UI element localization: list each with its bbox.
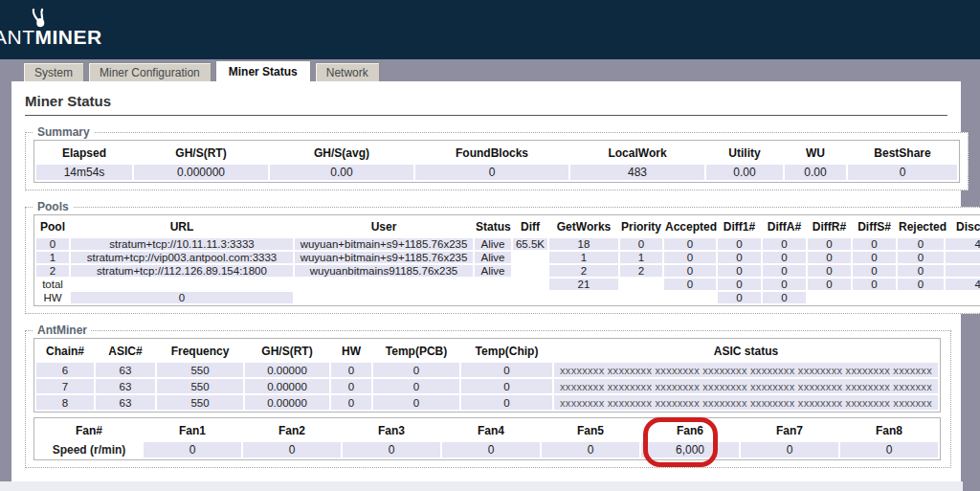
col-header: Pool xyxy=(36,217,69,236)
col-header: Fan5 xyxy=(542,420,639,440)
cell: 0.00 xyxy=(706,165,783,180)
cell: 0.00 xyxy=(270,165,413,180)
tabs: SystemMiner ConfigurationMiner StatusNet… xyxy=(23,60,380,81)
cell: 6 xyxy=(36,363,94,377)
table-row: 0stratum+tcp://10.11.11.3:3333wuyuan+bit… xyxy=(36,238,980,250)
content-panel: Miner Status Summary ElapsedGH/S(RT)GH/S… xyxy=(11,81,961,481)
cell: 464 xyxy=(946,279,980,290)
cell: 0 xyxy=(718,279,761,290)
cell: 0 xyxy=(373,395,459,410)
pools-legend: Pools xyxy=(33,200,73,213)
cell: 0 xyxy=(331,395,371,410)
col-header: Frequency xyxy=(157,341,243,361)
cell: HW xyxy=(36,292,69,303)
cell xyxy=(620,292,662,303)
cell: 0 xyxy=(853,279,896,290)
cell: 0.00000 xyxy=(245,363,329,377)
antminer-section: AntMiner Chain#ASIC#FrequencyGH/S(RT)HWT… xyxy=(25,324,951,468)
cell: 0 xyxy=(664,279,716,290)
cell: 0 xyxy=(718,252,761,263)
cell: 0 xyxy=(243,442,341,458)
cell: 0 xyxy=(461,363,552,377)
col-header: LocalWork xyxy=(570,143,704,163)
cell: 0 xyxy=(542,442,639,458)
pools-table: PoolURLUserStatusDiffGetWorksPriorityAcc… xyxy=(33,214,980,306)
logo-text-light: ANT xyxy=(0,26,35,48)
cell xyxy=(513,252,547,263)
col-header: Diff1# xyxy=(718,217,761,236)
tab-system[interactable]: System xyxy=(23,62,84,81)
cell: 0 xyxy=(415,165,568,180)
cell: 483 xyxy=(570,165,704,180)
col-header: Accepted xyxy=(664,217,716,236)
cell: 2 xyxy=(36,265,69,277)
col-header: HW xyxy=(331,341,371,361)
cell: 0 xyxy=(442,442,540,458)
col-header: ASIC status xyxy=(554,341,938,361)
cell: 0 xyxy=(36,238,69,250)
col-header: Chain# xyxy=(36,341,94,361)
cell: 0 xyxy=(664,265,716,277)
summary-section: Summary ElapsedGH/S(RT)GH/S(avg)FoundBlo… xyxy=(25,125,969,190)
table-row: 7635500.00000000xxxxxxxx xxxxxxxx xxxxxx… xyxy=(36,379,938,393)
tab-miner-status[interactable]: Miner Status xyxy=(215,60,311,81)
cell: 0 xyxy=(763,292,806,303)
col-header: Fan8 xyxy=(840,420,938,440)
cell: 1 xyxy=(549,252,618,263)
col-header: GH/S(avg) xyxy=(270,143,413,163)
cell: 0 xyxy=(461,395,552,410)
antminer-logo: ANTMINER xyxy=(0,26,102,49)
cell: Speed (r/min) xyxy=(36,442,142,458)
col-header: GH/S(RT) xyxy=(245,341,329,361)
cell: 0 xyxy=(853,265,896,277)
brand-header: ANTMINER xyxy=(0,0,980,59)
antminer-legend: AntMiner xyxy=(33,324,91,337)
cell: xxxxxxxx xxxxxxxx xxxxxxxx xxxxxxxx xxxx… xyxy=(554,363,938,377)
cell: 63 xyxy=(96,363,155,377)
cell: xxxxxxxx xxxxxxxx xxxxxxxx xxxxxxxx xxxx… xyxy=(554,395,938,410)
cell xyxy=(295,279,473,290)
col-header: Fan7 xyxy=(741,420,838,440)
cell: 0 xyxy=(763,279,806,290)
cell: 0 xyxy=(373,379,459,393)
table-row: 8635500.00000000xxxxxxxx xxxxxxxx xxxxxx… xyxy=(36,395,938,410)
cell: 0 xyxy=(853,252,896,263)
col-header: DiffA# xyxy=(763,217,806,236)
tab-miner-configuration[interactable]: Miner Configuration xyxy=(88,62,212,81)
tab-network[interactable]: Network xyxy=(315,62,380,81)
page-title: Miner Status xyxy=(25,93,961,109)
cell xyxy=(620,279,662,290)
col-header: Elapsed xyxy=(36,143,132,163)
cell: Alive xyxy=(475,265,511,277)
cell: 18 xyxy=(549,238,618,250)
cell: 0 xyxy=(898,238,944,250)
cell: 0 xyxy=(840,442,938,458)
cell: 0 xyxy=(664,252,716,263)
cell: 6,000 xyxy=(641,442,739,458)
col-header: User xyxy=(295,217,473,236)
cell: 0 xyxy=(620,238,662,250)
cell: 0 xyxy=(946,252,980,263)
tab-bar: SystemMiner ConfigurationMiner StatusNet… xyxy=(0,59,980,81)
cell: 0 xyxy=(808,279,851,290)
cell: 0 xyxy=(808,238,851,250)
table-row: 6635500.00000000xxxxxxxx xxxxxxxx xxxxxx… xyxy=(36,363,938,377)
cell: 464 xyxy=(946,238,980,250)
cell: 0 xyxy=(331,363,371,377)
chains-table: Chain#ASIC#FrequencyGH/S(RT)HWTemp(PCB)T… xyxy=(33,338,941,413)
pools-section: Pools PoolURLUserStatusDiffGetWorksPrior… xyxy=(25,200,980,314)
col-header: URL xyxy=(71,217,293,236)
cell: 0 xyxy=(853,238,896,250)
title-divider xyxy=(25,115,947,116)
col-header: Priority xyxy=(620,217,662,236)
col-header: Utility xyxy=(706,143,783,163)
cell: 63 xyxy=(96,395,155,410)
cell: 0 xyxy=(741,442,838,458)
summary-header-row: ElapsedGH/S(RT)GH/S(avg)FoundBlocksLocal… xyxy=(36,143,957,163)
cell: 14m54s xyxy=(36,165,132,180)
cell: 0 xyxy=(331,379,371,393)
cell: 2 xyxy=(549,265,618,277)
cell: 550 xyxy=(157,363,243,377)
cell xyxy=(946,292,980,303)
cell: 0 xyxy=(898,279,944,290)
